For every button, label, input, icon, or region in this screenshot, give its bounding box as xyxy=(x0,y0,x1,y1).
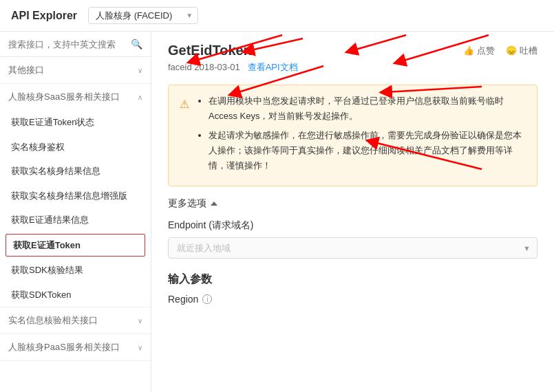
content-actions: 👍 点赞 😞 吐槽 xyxy=(463,45,537,57)
sidebar-group-other-label: 其他接口 xyxy=(8,64,44,76)
input-params-title: 输入参数 xyxy=(168,272,537,287)
sidebar-item-sdk-token[interactable]: 获取SDKToken xyxy=(0,283,151,307)
sidebar-group-paas-label: 人脸核身PaaS服务相关接口 xyxy=(8,341,120,353)
like-button[interactable]: 👍 点赞 xyxy=(463,45,495,57)
sidebar-item-sdk-result[interactable]: 获取SDK核验结果 xyxy=(0,258,151,283)
sidebar-item-realname-result-enhanced[interactable]: 获取实名核身结果信息增强版 xyxy=(0,184,151,208)
meta-date: faceid 2018-03-01 xyxy=(168,62,240,72)
region-param-label: Region i xyxy=(168,294,537,305)
endpoint-selector[interactable]: 就近接入地域 ▼ xyxy=(168,237,537,259)
endpoint-label: Endpoint (请求域名) xyxy=(168,219,537,232)
warning-item-1: 在调用模块中当您发起请求时，平台通过已登录用户信息获取当前账号临时Access … xyxy=(209,94,526,124)
page-title: GetEidToken xyxy=(168,43,252,58)
main-layout: 🔍 其他接口 ∨ 人脸核身SaaS服务相关接口 ∧ 获取E证通Token状态 实… xyxy=(0,32,554,392)
like-label: 点赞 xyxy=(477,45,495,57)
sidebar-group-other: 其他接口 ∨ xyxy=(0,57,151,84)
sidebar-group-realname: 实名信息核验相关接口 ∨ xyxy=(0,307,151,334)
content-meta: faceid 2018-03-01 查看API文档 xyxy=(168,61,537,74)
triangle-up-icon xyxy=(211,202,217,206)
sidebar-group-other-arrow: ∨ xyxy=(138,67,142,74)
endpoint-select[interactable]: 就近接入地域 xyxy=(168,237,537,259)
header: API Explorer 人脸核身 (FACEID) ▼ xyxy=(0,0,554,32)
app-logo: API Explorer xyxy=(11,10,77,22)
sidebar-group-realname-label: 实名信息核验相关接口 xyxy=(8,314,98,327)
sidebar-group-paas: 人脸核身PaaS服务相关接口 ∨ xyxy=(0,334,151,361)
sidebar-group-other-header[interactable]: 其他接口 ∨ xyxy=(0,57,151,83)
sidebar-group-realname-arrow: ∨ xyxy=(138,317,142,325)
content-header: GetEidToken 👍 点赞 😞 吐槽 xyxy=(168,43,537,58)
sidebar: 🔍 其他接口 ∨ 人脸核身SaaS服务相关接口 ∧ 获取E证通Token状态 实… xyxy=(0,32,151,392)
warning-box: ⚠ 在调用模块中当您发起请求时，平台通过已登录用户信息获取当前账号临时Acces… xyxy=(168,85,537,186)
sidebar-item-eid-token-status[interactable]: 获取E证通Token状态 xyxy=(0,110,151,135)
thumbs-up-icon: 👍 xyxy=(463,45,474,56)
dislike-label: 吐槽 xyxy=(520,45,537,57)
sidebar-item-realname-result[interactable]: 获取实名核身结果信息 xyxy=(0,159,151,184)
search-box: 🔍 xyxy=(0,32,151,57)
sidebar-item-realname-auth[interactable]: 实名核身鉴权 xyxy=(0,135,151,160)
warning-item-2: 发起请求为敏感操作，在您进行敏感操作前，需要先完成身份验证以确保是您本人操作；该… xyxy=(209,128,526,173)
dislike-button[interactable]: 😞 吐槽 xyxy=(506,45,537,57)
sidebar-group-realname-header[interactable]: 实名信息核验相关接口 ∨ xyxy=(0,307,151,334)
sidebar-item-get-eid-token[interactable]: 获取E证通Token xyxy=(6,234,145,257)
dislike-icon: 😞 xyxy=(506,45,517,56)
sidebar-group-saas-label: 人脸核身SaaS服务相关接口 xyxy=(8,91,120,103)
region-label-text: Region xyxy=(168,294,198,305)
more-options-label: 更多选项 xyxy=(168,197,206,210)
content-area: GetEidToken 👍 点赞 😞 吐槽 faceid 2018-03-01 … xyxy=(151,32,554,392)
search-input[interactable] xyxy=(8,39,127,50)
more-options-toggle[interactable]: 更多选项 xyxy=(168,197,537,210)
sidebar-group-saas: 人脸核身SaaS服务相关接口 ∧ 获取E证通Token状态 实名核身鉴权 获取实… xyxy=(0,84,151,307)
service-select[interactable]: 人脸核身 (FACEID) xyxy=(88,7,198,24)
search-icon[interactable]: 🔍 xyxy=(131,39,142,50)
sidebar-group-paas-header[interactable]: 人脸核身PaaS服务相关接口 ∨ xyxy=(0,334,151,360)
service-selector[interactable]: 人脸核身 (FACEID) ▼ xyxy=(88,7,198,24)
region-info-icon[interactable]: i xyxy=(202,294,212,304)
api-doc-link[interactable]: 查看API文档 xyxy=(248,62,298,72)
sidebar-group-saas-header[interactable]: 人脸核身SaaS服务相关接口 ∧ xyxy=(0,84,151,110)
warning-icon: ⚠ xyxy=(180,95,189,113)
sidebar-group-saas-arrow: ∧ xyxy=(138,94,142,101)
sidebar-item-eid-result[interactable]: 获取E证通结果信息 xyxy=(0,208,151,232)
sidebar-group-paas-arrow: ∨ xyxy=(138,344,142,351)
warning-content: 在调用模块中当您发起请求时，平台通过已登录用户信息获取当前账号临时Access … xyxy=(195,94,526,177)
